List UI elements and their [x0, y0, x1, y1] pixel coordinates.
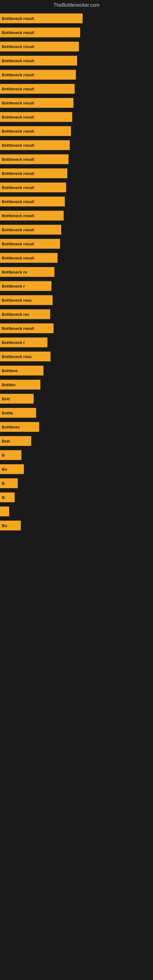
- bar-spacer-26: [0, 375, 153, 380]
- bar-row-19: Bottleneck r: [0, 281, 153, 291]
- bar-spacer-10: [0, 150, 153, 154]
- bar-20: Bottleneck resu: [0, 295, 53, 305]
- bar-row-26: Bottlen: [0, 380, 153, 390]
- bar-30: Bott: [0, 436, 31, 446]
- bar-label-7: Bottleneck result: [2, 115, 34, 119]
- bar-6: Bottleneck result: [0, 98, 73, 108]
- site-title: TheBottlenecker.com: [0, 0, 153, 9]
- bar-row-3: Bottleneck result: [0, 56, 153, 65]
- bar-spacer-14: [0, 207, 153, 211]
- bar-label-5: Bottleneck result: [2, 87, 34, 91]
- bar-label-28: Bottle: [2, 411, 13, 415]
- bar-spacer-20: [0, 291, 153, 295]
- bar-row-32: Bo: [0, 464, 153, 474]
- bar-label-12: Bottleneck result: [2, 185, 34, 190]
- bar-label-20: Bottleneck resu: [2, 298, 32, 302]
- bar-row-13: Bottleneck result: [0, 197, 153, 207]
- bar-35: [0, 506, 9, 516]
- bar-23: Bottleneck r: [0, 337, 48, 347]
- bar-3: Bottleneck result: [0, 56, 77, 65]
- bar-label-24: Bottleneck resu: [2, 354, 32, 359]
- bar-row-0: Bottleneck result: [0, 13, 153, 23]
- bar-label-27: Bott: [2, 396, 10, 401]
- bar-spacer-33: [0, 474, 153, 478]
- bar-row-1: Bottleneck result: [0, 27, 153, 37]
- bar-17: Bottleneck result: [0, 253, 57, 263]
- bar-4: Bottleneck result: [0, 70, 76, 80]
- bar-row-15: Bottleneck result: [0, 225, 153, 235]
- bar-label-1: Bottleneck result: [2, 30, 34, 35]
- bar-spacer-25: [0, 361, 153, 366]
- bar-spacer-34: [0, 488, 153, 492]
- bar-row-4: Bottleneck result: [0, 70, 153, 80]
- bar-spacer-28: [0, 404, 153, 408]
- bar-row-12: Bottleneck result: [0, 183, 153, 192]
- bar-1: Bottleneck result: [0, 27, 80, 37]
- bar-22: Bottleneck result: [0, 323, 54, 333]
- bar-28: Bottle: [0, 408, 36, 418]
- bar-spacer-4: [0, 65, 153, 70]
- bar-row-25: Bottlene: [0, 366, 153, 375]
- bars-container: Bottleneck resultBottleneck resultBottle…: [0, 9, 153, 530]
- bar-spacer-15: [0, 221, 153, 225]
- bar-label-36: Bo: [2, 523, 7, 528]
- bar-27: Bott: [0, 394, 33, 404]
- bar-spacer-29: [0, 418, 153, 422]
- bar-spacer-0: [0, 9, 153, 13]
- bar-label-0: Bottleneck result: [2, 16, 34, 21]
- bar-label-4: Bottleneck result: [2, 73, 34, 77]
- bar-label-16: Bottleneck result: [2, 242, 34, 246]
- bar-row-36: Bo: [0, 520, 153, 530]
- bar-15: Bottleneck result: [0, 225, 61, 235]
- bar-row-21: Bottleneck res: [0, 309, 153, 319]
- bar-24: Bottleneck resu: [0, 352, 51, 361]
- bar-spacer-35: [0, 502, 153, 506]
- bar-31: B: [0, 450, 21, 460]
- bar-spacer-32: [0, 460, 153, 464]
- bar-label-6: Bottleneck result: [2, 101, 34, 105]
- bar-spacer-2: [0, 37, 153, 41]
- bar-row-30: Bott: [0, 436, 153, 446]
- bar-36: Bo: [0, 520, 21, 530]
- bar-row-35: [0, 506, 153, 516]
- bar-label-14: Bottleneck result: [2, 213, 34, 218]
- bar-label-22: Bottleneck result: [2, 326, 34, 331]
- bar-label-15: Bottleneck result: [2, 228, 34, 232]
- bar-row-7: Bottleneck result: [0, 112, 153, 122]
- bar-34: B: [0, 492, 15, 502]
- bar-25: Bottlene: [0, 366, 43, 375]
- bar-row-8: Bottleneck result: [0, 126, 153, 136]
- bar-14: Bottleneck result: [0, 211, 64, 221]
- bar-10: Bottleneck result: [0, 154, 69, 164]
- bar-row-2: Bottleneck result: [0, 41, 153, 51]
- bar-29: Bottlenec: [0, 422, 39, 432]
- bar-label-29: Bottlenec: [2, 425, 20, 430]
- bar-spacer-27: [0, 390, 153, 394]
- bar-label-8: Bottleneck result: [2, 129, 34, 134]
- bar-spacer-11: [0, 164, 153, 169]
- bar-row-27: Bott: [0, 394, 153, 404]
- bar-spacer-3: [0, 51, 153, 56]
- bar-row-34: B: [0, 492, 153, 502]
- bar-row-11: Bottleneck result: [0, 169, 153, 178]
- bar-spacer-5: [0, 80, 153, 84]
- bar-spacer-9: [0, 136, 153, 140]
- bar-19: Bottleneck r: [0, 281, 51, 291]
- bar-12: Bottleneck result: [0, 183, 66, 192]
- bar-18: Bottleneck re: [0, 267, 54, 277]
- bar-row-28: Bottle: [0, 408, 153, 418]
- bar-21: Bottleneck res: [0, 309, 50, 319]
- bar-row-33: B: [0, 478, 153, 488]
- bar-spacer-6: [0, 94, 153, 98]
- bar-row-16: Bottleneck result: [0, 239, 153, 249]
- bar-label-21: Bottleneck res: [2, 312, 29, 317]
- bar-spacer-21: [0, 305, 153, 309]
- bar-row-6: Bottleneck result: [0, 98, 153, 108]
- bar-spacer-16: [0, 235, 153, 239]
- bar-spacer-1: [0, 23, 153, 27]
- bar-7: Bottleneck result: [0, 112, 72, 122]
- bar-2: Bottleneck result: [0, 41, 79, 51]
- bar-spacer-7: [0, 108, 153, 112]
- bar-label-9: Bottleneck result: [2, 143, 34, 148]
- bar-label-11: Bottleneck result: [2, 171, 34, 176]
